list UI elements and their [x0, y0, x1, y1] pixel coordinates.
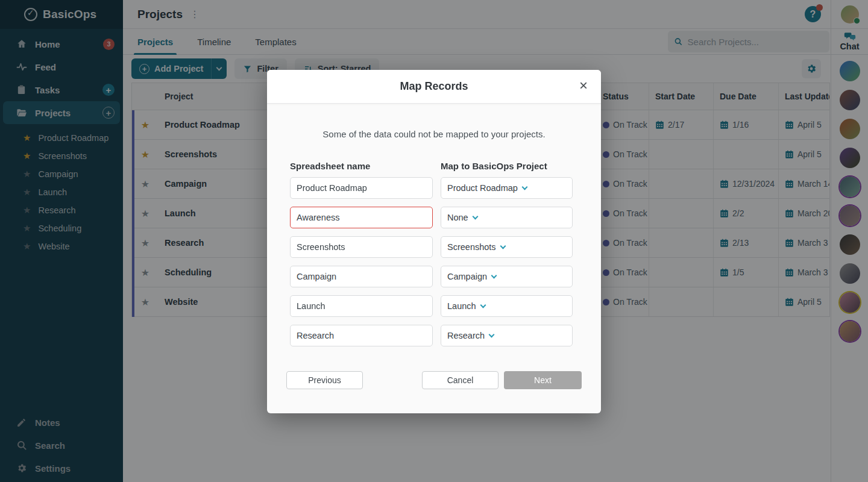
project-mapping-select[interactable]: Research [441, 325, 573, 346]
mapping-row: Product Roadmap [290, 177, 601, 199]
chevron-down-icon [500, 243, 506, 249]
chevron-down-icon [521, 184, 527, 190]
modal-message: Some of the data could not be mapped to … [267, 129, 601, 139]
spreadsheet-name-input[interactable] [290, 295, 433, 317]
close-icon[interactable]: × [579, 78, 588, 93]
selected-project-label: Product Roadmap [447, 183, 518, 193]
spreadsheet-name-header: Spreadsheet name [290, 161, 441, 171]
mapping-column-headers: Spreadsheet name Map to BasicOps Project [290, 161, 601, 171]
selected-project-label: Launch [447, 301, 476, 311]
modal-title: Map Records [400, 80, 468, 93]
project-mapping-select[interactable]: Campaign [441, 266, 573, 287]
spreadsheet-name-input[interactable] [290, 236, 433, 258]
project-mapping-select[interactable]: None [441, 207, 573, 228]
selected-project-label: None [447, 213, 468, 222]
next-button[interactable]: Next [504, 371, 582, 389]
spreadsheet-name-input[interactable] [290, 266, 433, 287]
mapping-row: Launch [290, 295, 601, 317]
map-to-project-header: Map to BasicOps Project [441, 161, 547, 171]
project-mapping-select[interactable]: Product Roadmap [441, 177, 573, 199]
actions-spacer [363, 371, 422, 389]
spreadsheet-name-input[interactable] [290, 177, 433, 199]
chevron-down-icon [491, 272, 497, 278]
project-mapping-select[interactable]: Launch [441, 295, 573, 317]
selected-project-label: Research [447, 331, 485, 340]
mapping-row: Research [290, 325, 601, 346]
modal-header: Map Records × [267, 70, 601, 104]
mapping-row: Screenshots [290, 236, 601, 258]
chevron-down-icon [472, 213, 478, 219]
chevron-down-icon [480, 302, 486, 308]
previous-button[interactable]: Previous [286, 371, 363, 389]
mapping-row: None [290, 207, 601, 228]
selected-project-label: Campaign [447, 272, 487, 281]
project-mapping-select[interactable]: Screenshots [441, 236, 573, 258]
cancel-button[interactable]: Cancel [422, 371, 498, 389]
spreadsheet-name-input[interactable] [290, 325, 433, 346]
spreadsheet-name-input[interactable] [290, 207, 433, 228]
mapping-row: Campaign [290, 266, 601, 287]
selected-project-label: Screenshots [447, 242, 496, 252]
map-records-modal: Map Records × Some of the data could not… [267, 70, 601, 413]
mapping-rows: Product RoadmapNoneScreenshotsCampaignLa… [267, 177, 601, 346]
modal-actions: Previous Cancel Next [267, 371, 601, 389]
chevron-down-icon [489, 331, 495, 337]
